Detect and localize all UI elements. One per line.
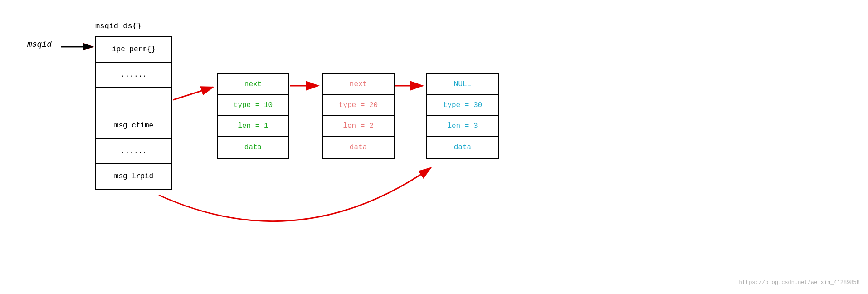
msqid-label: msqid [27, 40, 52, 49]
node2-len: len = 2 [323, 116, 394, 137]
node2-data: data [323, 137, 394, 158]
msg-lrpid-cell: msg_lrpid [96, 164, 171, 189]
node2-next: next [323, 74, 394, 95]
svg-line-5 [173, 87, 213, 100]
node2-type: type = 20 [323, 95, 394, 116]
msg-node-1: next type = 10 len = 1 data [217, 74, 289, 159]
node1-data: data [218, 137, 288, 158]
msg-node-3: NULL type = 30 len = 3 data [426, 74, 499, 159]
node3-type: type = 30 [427, 95, 498, 116]
dots2-cell: ...... [96, 139, 171, 164]
diagram-container: msqid msqid_ds{} ipc_perm{} ...... msg_c… [0, 0, 868, 294]
msg-node-2: next type = 20 len = 2 data [322, 74, 395, 159]
msg-ctime-cell: msg_ctime [96, 113, 171, 139]
main-struct-box: ipc_perm{} ...... msg_ctime ...... msg_l… [95, 36, 172, 190]
watermark: https://blog.csdn.net/weixin_41289858 [739, 279, 860, 286]
node3-data: data [427, 137, 498, 158]
ipc-perm-cell: ipc_perm{} [96, 37, 171, 63]
node1-len: len = 1 [218, 116, 288, 137]
node1-next: next [218, 74, 288, 95]
node1-type: type = 10 [218, 95, 288, 116]
pointer-cell [96, 88, 171, 113]
struct-title: msqid_ds{} [95, 22, 141, 30]
node3-next: NULL [427, 74, 498, 95]
node3-len: len = 3 [427, 116, 498, 137]
dots1-cell: ...... [96, 63, 171, 88]
